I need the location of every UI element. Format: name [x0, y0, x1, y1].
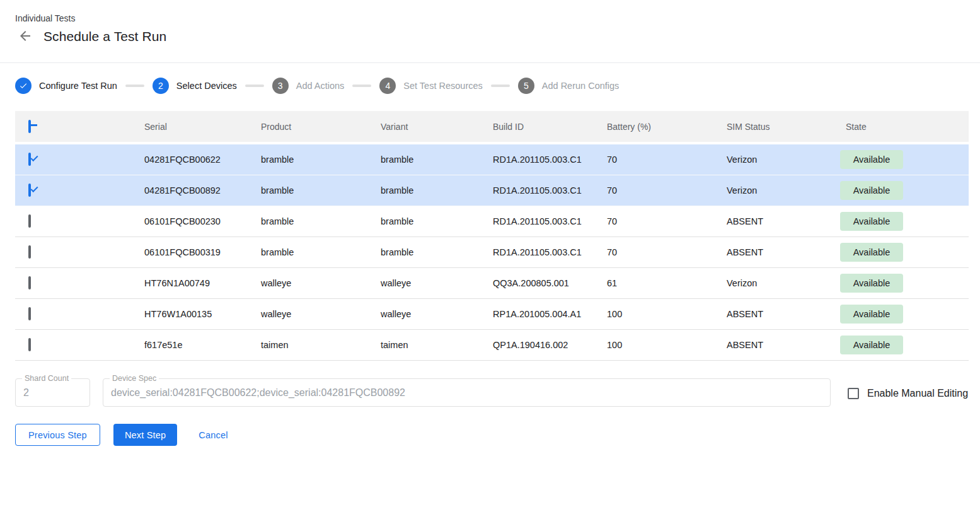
column-header-battery: Battery (%) [607, 122, 727, 132]
cell-serial: HT76N1A00749 [144, 278, 261, 288]
cell-sim-status: Verizon [727, 185, 840, 195]
column-header-state: State [840, 122, 969, 132]
cancel-button[interactable]: Cancel [188, 424, 238, 446]
step-1-completed[interactable]: Configure Test Run [15, 78, 117, 94]
cell-variant: bramble [381, 185, 493, 195]
cell-variant: taimen [381, 340, 493, 350]
next-step-button[interactable]: Next Step [113, 424, 177, 446]
step-indicator: 2 [153, 78, 169, 94]
column-header-sim: SIM Status [727, 122, 840, 132]
cell-variant: bramble [381, 216, 493, 226]
cell-sim-status: ABSENT [727, 309, 840, 319]
device-row[interactable]: 06101FQCB00230 bramble bramble RD1A.2011… [15, 206, 969, 237]
select-all-checkbox[interactable] [28, 120, 31, 133]
shard-count-input[interactable] [16, 387, 89, 399]
column-header-build-id: Build ID [493, 122, 607, 132]
cell-battery: 70 [607, 185, 727, 195]
step-label: Add Rerun Configs [542, 81, 620, 91]
shard-count-label: Shard Count [22, 374, 71, 383]
cell-build-id: RD1A.201105.003.C1 [493, 185, 607, 195]
step-connector [125, 85, 144, 87]
cell-build-id: RD1A.201105.003.C1 [493, 216, 607, 226]
device-row[interactable]: 04281FQCB00892 bramble bramble RD1A.2011… [15, 175, 969, 206]
previous-step-button[interactable]: Previous Step [15, 424, 100, 446]
cell-serial: 06101FQCB00230 [144, 216, 261, 226]
column-header-variant: Variant [381, 122, 493, 132]
step-4-pending[interactable]: 4 Set Test Resources [379, 78, 482, 94]
device-row[interactable]: HT76W1A00135 walleye walleye RP1A.201005… [15, 299, 969, 330]
device-row[interactable]: 04281FQCB00622 bramble bramble RD1A.2011… [15, 144, 969, 175]
cell-build-id: RD1A.201105.003.C1 [493, 155, 607, 165]
cell-variant: bramble [381, 247, 493, 257]
shard-count-field: Shard Count [15, 378, 90, 407]
step-2-active[interactable]: 2 Select Devices [153, 78, 237, 94]
device-table: Serial Product Variant Build ID Battery … [15, 111, 969, 361]
device-spec-input[interactable] [103, 387, 830, 399]
cell-product: taimen [261, 340, 381, 350]
device-row[interactable]: f617e51e taimen taimen QP1A.190416.002 1… [15, 330, 969, 361]
step-connector [491, 85, 510, 87]
cell-variant: walleye [381, 309, 493, 319]
state-badge: Available [840, 336, 903, 354]
cell-product: walleye [261, 309, 381, 319]
cell-variant: walleye [381, 278, 493, 288]
cell-serial: 06101FQCB00319 [144, 247, 261, 257]
cell-build-id: RD1A.201105.003.C1 [493, 247, 607, 257]
step-label: Select Devices [176, 81, 237, 91]
state-badge: Available [840, 181, 903, 200]
state-badge: Available [840, 212, 903, 231]
row-checkbox[interactable] [28, 214, 31, 228]
device-spec-label: Device Spec [110, 374, 159, 383]
row-checkbox[interactable] [28, 153, 31, 166]
cell-build-id: QQ3A.200805.001 [493, 278, 607, 288]
row-checkbox[interactable] [28, 184, 31, 197]
step-5-pending[interactable]: 5 Add Rerun Configs [518, 78, 620, 94]
cell-battery: 70 [607, 155, 727, 165]
step-label: Configure Test Run [39, 81, 117, 91]
step-indicator: 3 [272, 78, 289, 94]
state-badge: Available [840, 305, 903, 324]
cell-product: bramble [261, 185, 381, 195]
cell-battery: 100 [607, 309, 727, 319]
cell-battery: 61 [607, 278, 727, 288]
action-bar: Previous Step Next Step Cancel [15, 424, 980, 446]
step-label: Add Actions [296, 81, 345, 91]
row-checkbox[interactable] [28, 307, 31, 320]
spec-form: Shard Count Device Spec Enable Manual Ed… [15, 378, 969, 407]
check-icon [15, 78, 32, 94]
cell-battery: 70 [607, 216, 727, 226]
cell-serial: 04281FQCB00622 [144, 155, 261, 165]
device-row[interactable]: HT76N1A00749 walleye walleye QQ3A.200805… [15, 268, 969, 299]
cell-battery: 70 [607, 247, 727, 257]
state-badge: Available [840, 243, 903, 262]
row-checkbox[interactable] [28, 276, 31, 289]
cell-serial: 04281FQCB00892 [144, 185, 261, 195]
cell-sim-status: ABSENT [727, 340, 840, 350]
column-header-serial: Serial [144, 122, 261, 132]
cell-build-id: RP1A.201005.004.A1 [493, 309, 607, 319]
row-checkbox[interactable] [28, 338, 31, 351]
row-checkbox[interactable] [28, 245, 31, 259]
back-button[interactable] [18, 29, 33, 44]
cell-sim-status: Verizon [727, 278, 840, 288]
cell-product: bramble [261, 216, 381, 226]
step-indicator: 5 [518, 78, 534, 94]
table-body: 04281FQCB00622 bramble bramble RD1A.2011… [15, 144, 969, 361]
breadcrumb: Individual Tests [15, 13, 980, 23]
cell-sim-status: ABSENT [727, 216, 840, 226]
table-header-row: Serial Product Variant Build ID Battery … [15, 111, 969, 144]
cell-product: walleye [261, 278, 381, 288]
cell-sim-status: ABSENT [727, 247, 840, 257]
device-row[interactable]: 06101FQCB00319 bramble bramble RD1A.2011… [15, 237, 969, 268]
cell-battery: 100 [607, 340, 727, 350]
state-badge: Available [840, 150, 903, 169]
step-connector [352, 85, 371, 87]
enable-manual-editing[interactable]: Enable Manual Editing [848, 388, 968, 399]
manual-editing-checkbox[interactable] [848, 388, 859, 399]
page-title: Schedule a Test Run [43, 29, 166, 44]
device-spec-field: Device Spec [103, 378, 831, 407]
arrow-back-icon [18, 28, 33, 45]
manual-editing-label: Enable Manual Editing [867, 388, 968, 399]
step-3-pending[interactable]: 3 Add Actions [272, 78, 345, 94]
step-label: Set Test Resources [403, 81, 482, 91]
